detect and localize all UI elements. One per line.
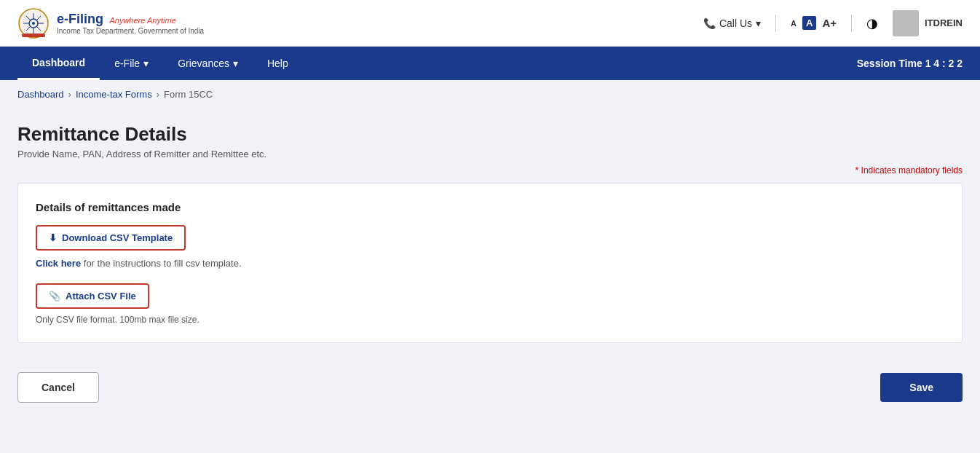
attach-csv-button[interactable]: 📎 Attach CSV File	[36, 283, 149, 309]
attach-icon: 📎	[49, 291, 60, 302]
click-here-text: Click here for the instructions to fill …	[36, 258, 944, 269]
nav-item-help[interactable]: Help	[253, 47, 303, 80]
avatar	[893, 10, 919, 36]
top-header: e-Filing Anywhere Anytime Income Tax Dep…	[0, 0, 980, 47]
emblem-icon	[17, 7, 50, 39]
download-csv-button[interactable]: ⬇ Download CSV Template	[36, 225, 186, 251]
logo-dept: Income Tax Department, Government of Ind…	[57, 27, 204, 35]
action-bar: Cancel Save	[0, 358, 980, 417]
font-large-button[interactable]: A+	[822, 17, 837, 29]
card-section-title: Details of remittances made	[36, 201, 944, 213]
divider-2	[851, 15, 852, 32]
header-controls: 📞 Call Us ▾ A A A+ ◑ ITDREIN	[703, 10, 963, 36]
svg-rect-11	[22, 34, 45, 37]
nav-item-grievances[interactable]: Grievances ▾	[163, 47, 253, 80]
cancel-button[interactable]: Cancel	[17, 372, 99, 403]
breadcrumb-form15cc: Form 15CC	[164, 89, 213, 100]
logo-area: e-Filing Anywhere Anytime Income Tax Dep…	[17, 7, 204, 39]
font-controls: A A A+	[791, 16, 837, 30]
logo-text-area: e-Filing Anywhere Anytime Income Tax Dep…	[57, 12, 204, 35]
nav-item-dashboard[interactable]: Dashboard	[17, 47, 100, 80]
mandatory-note: * Indicates mandatory fields	[17, 165, 963, 176]
call-us-button[interactable]: 📞 Call Us ▾	[703, 17, 761, 29]
breadcrumb: Dashboard › Income-tax Forms › Form 15CC	[0, 80, 980, 109]
grievances-chevron: ▾	[233, 58, 238, 69]
user-area: ITDREIN	[893, 10, 963, 36]
breadcrumb-income-forms[interactable]: Income-tax Forms	[76, 89, 152, 100]
file-note: Only CSV file format. 100mb max file siz…	[36, 315, 944, 325]
nav-items: Dashboard e-File ▾ Grievances ▾ Help	[17, 47, 303, 80]
page-title: Remittance Details	[17, 123, 963, 146]
breadcrumb-sep-2: ›	[157, 89, 159, 100]
save-button[interactable]: Save	[880, 373, 963, 402]
font-small-button[interactable]: A	[791, 19, 797, 28]
breadcrumb-dashboard[interactable]: Dashboard	[17, 89, 64, 100]
phone-icon: 📞	[703, 17, 716, 29]
efile-chevron: ▾	[143, 58, 149, 69]
click-here-link[interactable]: Click here	[36, 258, 81, 269]
user-name: ITDREIN	[925, 17, 963, 28]
nav-item-efile[interactable]: e-File ▾	[100, 47, 163, 80]
page-subtitle: Provide Name, PAN, Address of Remitter a…	[17, 149, 963, 159]
font-normal-button[interactable]: A	[802, 16, 816, 30]
svg-point-2	[32, 22, 35, 25]
logo-efiling: e-Filing Anywhere Anytime	[57, 12, 204, 27]
call-us-chevron: ▾	[756, 17, 761, 29]
main-content: Remittance Details Provide Name, PAN, Ad…	[0, 109, 980, 358]
nav-bar: Dashboard e-File ▾ Grievances ▾ Help Ses…	[0, 47, 980, 80]
contrast-button[interactable]: ◑	[866, 15, 878, 31]
remittance-card: Details of remittances made ⬇ Download C…	[17, 183, 963, 343]
breadcrumb-sep-1: ›	[68, 89, 71, 100]
session-time: Session Time 1 4 : 2 2	[857, 58, 963, 69]
divider-1	[775, 15, 776, 32]
download-icon: ⬇	[49, 232, 57, 243]
